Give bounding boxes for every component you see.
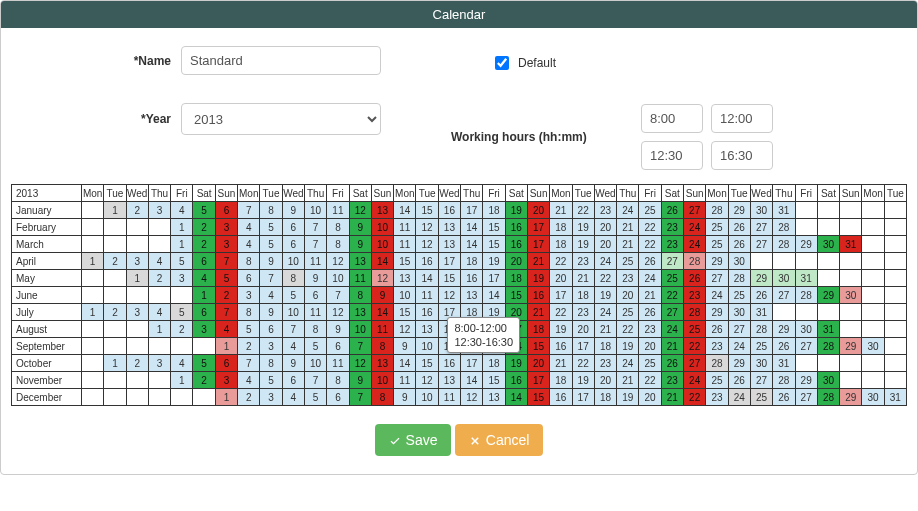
calendar-day[interactable]: 8 [327, 236, 349, 253]
calendar-day[interactable]: 19 [594, 287, 616, 304]
calendar-day[interactable]: 20 [550, 270, 572, 287]
calendar-day[interactable]: 22 [661, 287, 683, 304]
calendar-day[interactable]: 13 [461, 287, 483, 304]
calendar-day[interactable]: 8 [260, 355, 282, 372]
calendar-day[interactable]: 5 [171, 304, 193, 321]
calendar-day[interactable]: 28 [728, 270, 750, 287]
calendar-day[interactable]: 29 [728, 355, 750, 372]
calendar-day[interactable]: 3 [148, 202, 170, 219]
calendar-day[interactable]: 31 [773, 202, 795, 219]
calendar-day[interactable]: 16 [438, 355, 460, 372]
calendar-day[interactable]: 2 [104, 253, 126, 270]
year-select[interactable]: 2013 [181, 103, 381, 135]
calendar-day[interactable]: 5 [171, 253, 193, 270]
calendar-day[interactable]: 28 [684, 253, 706, 270]
calendar-day[interactable]: 4 [171, 355, 193, 372]
calendar-day[interactable]: 31 [817, 321, 839, 338]
calendar-day[interactable]: 6 [215, 355, 237, 372]
calendar-day[interactable]: 30 [728, 253, 750, 270]
calendar-day[interactable]: 26 [773, 389, 795, 406]
calendar-day[interactable]: 6 [215, 202, 237, 219]
calendar-day[interactable]: 30 [795, 321, 817, 338]
calendar-day[interactable]: 3 [260, 338, 282, 355]
calendar-day[interactable]: 12 [327, 253, 349, 270]
calendar-day[interactable]: 28 [706, 355, 728, 372]
calendar-day[interactable]: 22 [617, 321, 639, 338]
calendar-day[interactable]: 8 [304, 321, 326, 338]
calendar-day[interactable]: 24 [661, 321, 683, 338]
calendar-day[interactable]: 31 [884, 389, 906, 406]
default-checkbox[interactable] [495, 56, 509, 70]
calendar-day[interactable]: 17 [527, 372, 549, 389]
cancel-button[interactable]: Cancel [455, 424, 544, 456]
calendar-day[interactable]: 20 [594, 236, 616, 253]
name-input[interactable] [181, 46, 381, 75]
calendar-day[interactable]: 9 [260, 304, 282, 321]
calendar-day[interactable]: 2 [148, 270, 170, 287]
calendar-day[interactable]: 8 [260, 202, 282, 219]
calendar-day[interactable]: 15 [394, 304, 416, 321]
calendar-day[interactable]: 25 [728, 287, 750, 304]
calendar-day[interactable]: 10 [304, 355, 326, 372]
calendar-day[interactable]: 16 [416, 304, 438, 321]
calendar-day[interactable]: 27 [750, 236, 772, 253]
calendar-day[interactable]: 16 [527, 287, 549, 304]
calendar-day[interactable]: 17 [483, 270, 505, 287]
calendar-day[interactable]: 29 [706, 304, 728, 321]
calendar-day[interactable]: 20 [617, 287, 639, 304]
calendar-day[interactable]: 3 [215, 236, 237, 253]
calendar-day[interactable]: 5 [282, 287, 304, 304]
calendar-day[interactable]: 14 [461, 219, 483, 236]
calendar-day[interactable]: 1 [171, 236, 193, 253]
calendar-day[interactable]: 10 [371, 219, 393, 236]
calendar-day[interactable]: 23 [594, 202, 616, 219]
calendar-day[interactable]: 29 [773, 321, 795, 338]
calendar-day[interactable]: 17 [550, 287, 572, 304]
calendar-day[interactable]: 8 [238, 253, 260, 270]
calendar-day[interactable]: 19 [483, 253, 505, 270]
calendar-day[interactable]: 13 [438, 236, 460, 253]
calendar-day[interactable]: 9 [304, 270, 326, 287]
calendar-day[interactable]: 2 [104, 304, 126, 321]
calendar-day[interactable]: 11 [394, 219, 416, 236]
calendar-day[interactable]: 18 [550, 219, 572, 236]
calendar-day[interactable]: 27 [750, 372, 772, 389]
calendar-day[interactable]: 22 [639, 372, 661, 389]
calendar-day[interactable]: 12 [371, 270, 393, 287]
calendar-day[interactable]: 2 [238, 389, 260, 406]
calendar-day[interactable]: 12 [461, 389, 483, 406]
calendar-day[interactable]: 3 [148, 355, 170, 372]
calendar-day[interactable]: 13 [438, 372, 460, 389]
calendar-day[interactable]: 6 [327, 338, 349, 355]
calendar-day[interactable]: 30 [817, 372, 839, 389]
calendar-day[interactable]: 10 [282, 253, 304, 270]
calendar-day[interactable]: 15 [527, 389, 549, 406]
calendar-day[interactable]: 21 [617, 372, 639, 389]
calendar-day[interactable]: 11 [416, 287, 438, 304]
calendar-day[interactable]: 24 [706, 287, 728, 304]
calendar-day[interactable]: 31 [750, 304, 772, 321]
calendar-day[interactable]: 16 [550, 338, 572, 355]
calendar-day[interactable]: 11 [349, 270, 371, 287]
calendar-day[interactable]: 21 [527, 253, 549, 270]
calendar-day[interactable]: 5 [304, 389, 326, 406]
calendar-day[interactable]: 21 [617, 219, 639, 236]
calendar-day[interactable]: 11 [304, 253, 326, 270]
calendar-day[interactable]: 7 [215, 253, 237, 270]
calendar-day[interactable]: 2 [126, 355, 148, 372]
calendar-day[interactable]: 6 [327, 389, 349, 406]
calendar-day[interactable]: 29 [795, 236, 817, 253]
calendar-day[interactable]: 3 [260, 389, 282, 406]
calendar-day[interactable]: 30 [862, 338, 884, 355]
calendar-day[interactable]: 31 [840, 236, 862, 253]
calendar-day[interactable]: 18 [550, 372, 572, 389]
calendar-day[interactable]: 16 [505, 372, 527, 389]
calendar-day[interactable]: 21 [572, 270, 594, 287]
calendar-day[interactable]: 14 [461, 372, 483, 389]
calendar-day[interactable]: 7 [349, 389, 371, 406]
calendar-day[interactable]: 14 [505, 389, 527, 406]
calendar-day[interactable]: 21 [550, 202, 572, 219]
calendar-day[interactable]: 18 [483, 202, 505, 219]
calendar-day[interactable]: 1 [171, 219, 193, 236]
calendar-day[interactable]: 26 [661, 202, 683, 219]
